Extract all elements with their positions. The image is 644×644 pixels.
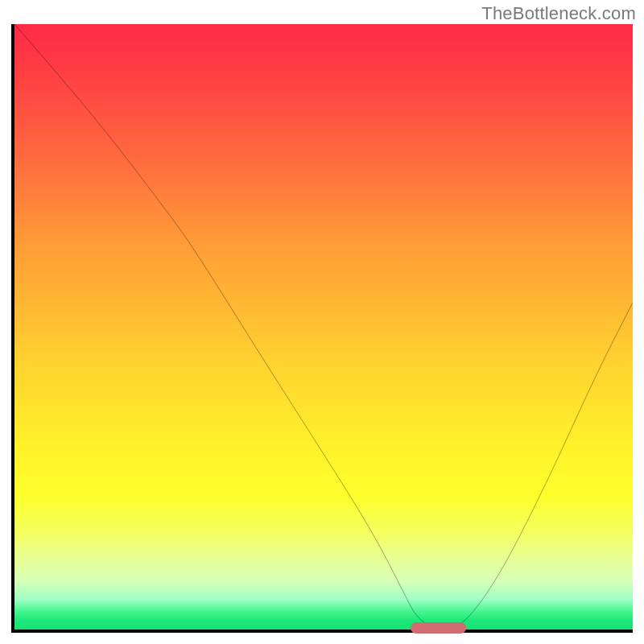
optimal-range-marker [411,622,466,634]
bottleneck-curve [14,24,633,630]
plot-area [11,24,633,633]
watermark-text: TheBottleneck.com [481,3,636,24]
